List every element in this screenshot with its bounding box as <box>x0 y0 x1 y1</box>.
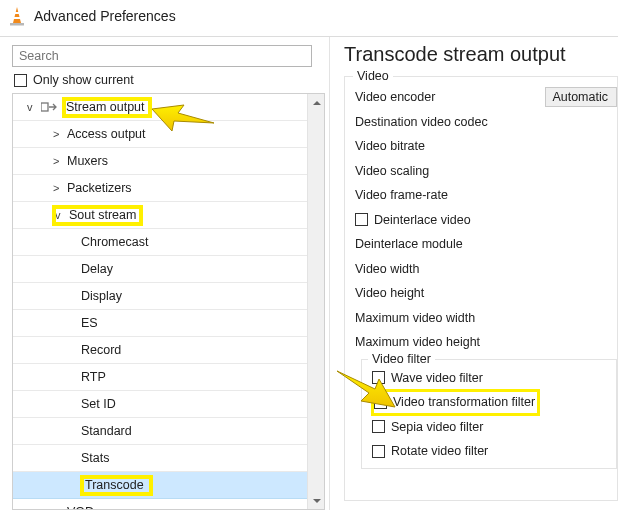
field-label-deinterlace: Deinterlace video <box>374 213 471 227</box>
only-show-current-label: Only show current <box>33 73 134 87</box>
tree-item-label: Sout stream <box>69 208 136 222</box>
page-title: Transcode stream output <box>344 43 618 66</box>
field-label-width: Video width <box>355 262 419 276</box>
filter-label: Wave video filter <box>391 371 483 385</box>
tree-item-standard[interactable]: Standard <box>13 418 307 445</box>
tree-item-label: Access output <box>67 127 146 141</box>
tree-item-label: Display <box>81 289 122 303</box>
tree-item-label: VOD <box>67 505 94 509</box>
tree-item-label: Packetizers <box>67 181 132 195</box>
caret-right-icon: > <box>53 155 63 167</box>
video-encoder-select[interactable]: Automatic <box>545 87 617 107</box>
checkbox-icon <box>372 445 385 458</box>
tree-item-stream-output[interactable]: v Stream output <box>13 94 307 121</box>
tree-item-transcode[interactable]: Transcode <box>13 472 307 499</box>
svg-rect-3 <box>10 23 24 26</box>
tree-item-record[interactable]: Record <box>13 337 307 364</box>
filter-label: Sepia video filter <box>391 420 483 434</box>
caret-right-icon: > <box>53 128 63 140</box>
tree-item-label: Stream output <box>63 98 151 117</box>
tree-item-chromecast[interactable]: Chromecast <box>13 229 307 256</box>
group-label-video: Video <box>353 69 393 83</box>
svg-marker-0 <box>13 7 21 23</box>
field-label-framerate: Video frame-rate <box>355 188 448 202</box>
group-label-video-filter: Video filter <box>368 352 435 366</box>
tree-item-label: ES <box>81 316 98 330</box>
svg-rect-4 <box>41 103 48 111</box>
scroll-up-icon[interactable] <box>308 94 325 111</box>
filter-label: Video transformation filter <box>393 395 535 409</box>
svg-rect-2 <box>13 17 20 19</box>
tree-item-label: Chromecast <box>81 235 148 249</box>
tree-item-es[interactable]: ES <box>13 310 307 337</box>
checkbox-icon <box>372 371 385 384</box>
tree-item-label: Transcode <box>85 478 144 492</box>
checkbox-checked-icon <box>374 396 387 409</box>
caret-right-icon: > <box>53 182 63 194</box>
tree-item-label: Muxers <box>67 154 108 168</box>
tree-item-set-id[interactable]: Set ID <box>13 391 307 418</box>
tree-item-vod[interactable]: > VOD <box>13 499 307 509</box>
tree-item-label: Stats <box>81 451 110 465</box>
tree-item-access-output[interactable]: > Access output <box>13 121 307 148</box>
field-label-height: Video height <box>355 286 424 300</box>
field-label-deint-module: Deinterlace module <box>355 237 463 251</box>
search-input[interactable] <box>12 45 312 67</box>
window-title: Advanced Preferences <box>34 8 176 24</box>
tree-item-stats[interactable]: Stats <box>13 445 307 472</box>
share-icon <box>41 99 57 115</box>
field-label-scaling: Video scaling <box>355 164 429 178</box>
tree-item-label: Standard <box>81 424 132 438</box>
tree-item-packetizers[interactable]: > Packetizers <box>13 175 307 202</box>
rotate-filter-checkbox[interactable]: Rotate video filter <box>372 439 616 464</box>
tree-scrollbar[interactable] <box>307 94 324 509</box>
field-label-video-encoder: Video encoder <box>355 90 539 104</box>
tree-item-label: Record <box>81 343 121 357</box>
only-show-current-checkbox[interactable]: Only show current <box>14 73 325 87</box>
field-label-max-height: Maximum video height <box>355 335 480 349</box>
field-label-bitrate: Video bitrate <box>355 139 425 153</box>
tree-item-label: RTP <box>81 370 106 384</box>
tree-item-display[interactable]: Display <box>13 283 307 310</box>
scroll-down-icon[interactable] <box>308 492 325 509</box>
caret-down-icon: v <box>55 209 65 221</box>
field-label-dest-codec: Destination video codec <box>355 115 488 129</box>
tree-item-muxers[interactable]: > Muxers <box>13 148 307 175</box>
field-label-max-width: Maximum video width <box>355 311 475 325</box>
vlc-cone-icon <box>8 6 26 26</box>
filter-label: Rotate video filter <box>391 444 488 458</box>
checkbox-icon <box>355 213 368 226</box>
deinterlace-checkbox[interactable]: Deinterlace video <box>355 208 617 233</box>
caret-down-icon: v <box>27 101 37 113</box>
video-transformation-filter-checkbox[interactable]: Video transformation filter <box>372 390 539 415</box>
tree-item-label: Delay <box>81 262 113 276</box>
sepia-filter-checkbox[interactable]: Sepia video filter <box>372 415 616 440</box>
tree-item-label: Set ID <box>81 397 116 411</box>
caret-right-icon: > <box>53 506 63 509</box>
preferences-tree[interactable]: v Stream output > Access output > M <box>13 94 324 509</box>
tree-item-sout-stream[interactable]: v Sout stream <box>13 202 307 229</box>
tree-item-delay[interactable]: Delay <box>13 256 307 283</box>
tree-item-rtp[interactable]: RTP <box>13 364 307 391</box>
wave-filter-checkbox[interactable]: Wave video filter <box>372 366 616 391</box>
checkbox-icon <box>14 74 27 87</box>
svg-rect-1 <box>14 12 20 14</box>
checkbox-icon <box>372 420 385 433</box>
